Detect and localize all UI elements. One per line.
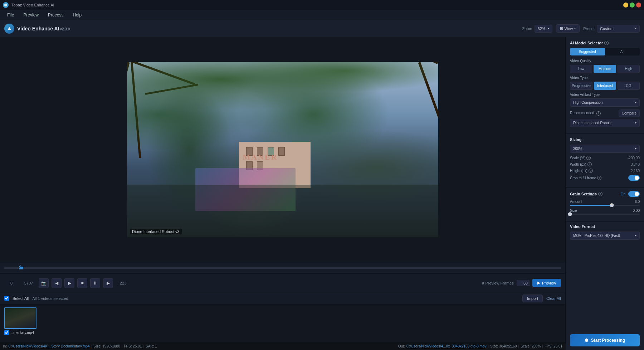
preview-frames-input[interactable]: 30 (517, 280, 530, 286)
amount-value: 6.0 (635, 200, 640, 204)
scrubber-area[interactable] (0, 262, 565, 273)
zoom-control: Zoom 62% ▾ (522, 25, 552, 33)
app-logo: Video Enhance AIv2.3.0 (4, 24, 70, 34)
stop-button[interactable]: ■ (77, 278, 87, 288)
maximize-button[interactable] (630, 3, 635, 8)
quality-low-button[interactable]: Low (570, 65, 592, 73)
status-bar: In: C:/Users/Nick/Videos/4K ...Story Doc… (0, 342, 565, 350)
video-format-chevron-icon: ▾ (635, 234, 636, 237)
logo-icon (4, 24, 14, 34)
window-controls (623, 3, 641, 8)
preview-button[interactable]: ▶ Preview (532, 279, 561, 287)
file-thumbnail[interactable] (4, 307, 36, 329)
sizing-chevron-icon: ▾ (635, 147, 636, 150)
prev-frame-button[interactable]: ◀ (52, 278, 62, 288)
amount-slider-fill (570, 205, 612, 206)
clear-all-button[interactable]: Clear All (546, 296, 561, 301)
preset-label: Preset (583, 26, 595, 31)
recommended-label: Recommended ? (570, 111, 601, 116)
amount-label: Amount (570, 200, 582, 204)
minimize-button[interactable] (623, 3, 628, 8)
ai-model-section: AI Model Selector ? Suggested All Video … (566, 37, 644, 134)
video-format-title: Video Format (570, 224, 640, 229)
frame-end: 5707 (21, 281, 36, 285)
select-all-label[interactable]: Select All (13, 296, 29, 301)
start-processing-button[interactable]: ⬢ Start Processing (570, 334, 640, 346)
size-slider-thumb[interactable] (568, 212, 572, 216)
next-frame-button[interactable]: ▶ (64, 278, 74, 288)
video-area: MANER Dione Interlaced Robust v3 (0, 37, 565, 350)
video-format-dropdown[interactable]: MOV - ProRes 422 HQ (Fast) ▾ (570, 232, 640, 240)
type-progressive-button[interactable]: Progressive (570, 82, 592, 90)
scrubber-track[interactable] (4, 267, 561, 269)
compare-button[interactable]: Compare (619, 110, 640, 117)
screenshot-button[interactable]: 📷 (39, 278, 49, 288)
pause-button[interactable]: ⏸ (90, 278, 100, 288)
height-help-icon[interactable]: ? (589, 169, 593, 173)
status-out-size: Size: 3840x2160 (490, 344, 517, 348)
status-in-path[interactable]: C:/Users/Nick/Videos/4K ...Story Documen… (8, 344, 90, 348)
height-label: Height (px) ? (570, 169, 593, 173)
height-row: Height (px) ? 2,160 (570, 169, 640, 173)
menu-preview[interactable]: Preview (19, 11, 43, 19)
grain-toggle[interactable] (628, 191, 640, 197)
app-name: Video Enhance AIv2.3.0 (17, 26, 70, 31)
size-slider-row: Size 0.00 (570, 209, 640, 215)
crop-help-icon[interactable]: ? (597, 176, 601, 180)
import-button[interactable]: Import (522, 295, 543, 302)
sizing-dropdown[interactable]: 200% ▾ (570, 145, 640, 153)
tab-all[interactable]: All (605, 48, 640, 55)
type-cg-button[interactable]: CG (618, 82, 640, 90)
status-fps: FPS: 25.01 (124, 344, 142, 348)
list-item: ...mentary.mp4 (4, 307, 36, 339)
quality-medium-button[interactable]: Medium (594, 65, 616, 73)
preview-frames-label: # Preview Frames (482, 281, 514, 285)
crop-toggle[interactable] (628, 175, 640, 181)
ai-model-help-icon[interactable]: ? (604, 41, 609, 45)
recommended-help-icon[interactable]: ? (596, 111, 601, 116)
menu-help[interactable]: Help (68, 11, 86, 19)
zoom-chevron-icon: ▾ (548, 27, 549, 30)
recommended-dropdown[interactable]: Dione Interlaced Robust ▾ (570, 119, 640, 127)
scale-value: -200.00 (628, 156, 640, 160)
size-slider-track[interactable] (570, 214, 640, 215)
scale-help-icon[interactable]: ? (586, 156, 591, 160)
grain-toggle-knob (635, 192, 639, 196)
status-out-fps: FPS: 25.01 (545, 344, 562, 348)
quality-high-button[interactable]: High (618, 65, 640, 73)
status-in-label: In: (3, 344, 7, 348)
file-name: ...mentary.mp4 (10, 331, 34, 335)
status-out-path[interactable]: C:/Users/Nick/Videos/4...0x_3840x2160.dt… (406, 344, 487, 348)
grain-help-icon[interactable]: ? (598, 192, 602, 196)
width-help-icon[interactable]: ? (587, 162, 592, 166)
file-list-content: ...mentary.mp4 (0, 305, 565, 342)
artifact-type-dropdown[interactable]: High Compression ▾ (570, 98, 640, 107)
menu-file[interactable]: File (3, 11, 18, 19)
artifact-chevron-icon: ▾ (635, 101, 636, 104)
preset-select[interactable]: Custom ▾ (597, 25, 640, 33)
scrubber-thumb[interactable] (19, 265, 23, 269)
video-placeholder: MANER (127, 62, 438, 237)
main-layout: MANER Dione Interlaced Robust v3 (0, 37, 644, 350)
preview-icon: ▶ (537, 281, 540, 285)
ai-model-tabs: Suggested All (570, 48, 640, 55)
tab-suggested[interactable]: Suggested (570, 48, 605, 55)
recommended-chevron-icon: ▾ (635, 121, 636, 125)
play-button[interactable]: ▶ (103, 278, 113, 288)
size-label: Size (570, 209, 577, 213)
frame-start: 0 (4, 281, 19, 285)
amount-slider-thumb[interactable] (610, 203, 614, 207)
type-interlaced-button[interactable]: Interlaced (594, 82, 616, 90)
file-checkbox[interactable] (4, 330, 9, 335)
zoom-select[interactable]: 62% ▾ (535, 25, 552, 33)
amount-slider-track[interactable] (570, 205, 640, 206)
video-quality-label: Video Quality (570, 59, 640, 63)
close-button[interactable] (636, 3, 641, 8)
video-type-label: Video Type (570, 76, 640, 80)
menu-process[interactable]: Process (44, 11, 68, 19)
select-all-checkbox[interactable] (4, 296, 9, 301)
width-value: 3,840 (631, 162, 640, 166)
preset-control: Preset Custom ▾ (583, 25, 640, 33)
view-button[interactable]: ⊞ View ▾ (556, 24, 580, 33)
titlebar: Topaz Video Enhance AI (0, 0, 644, 10)
